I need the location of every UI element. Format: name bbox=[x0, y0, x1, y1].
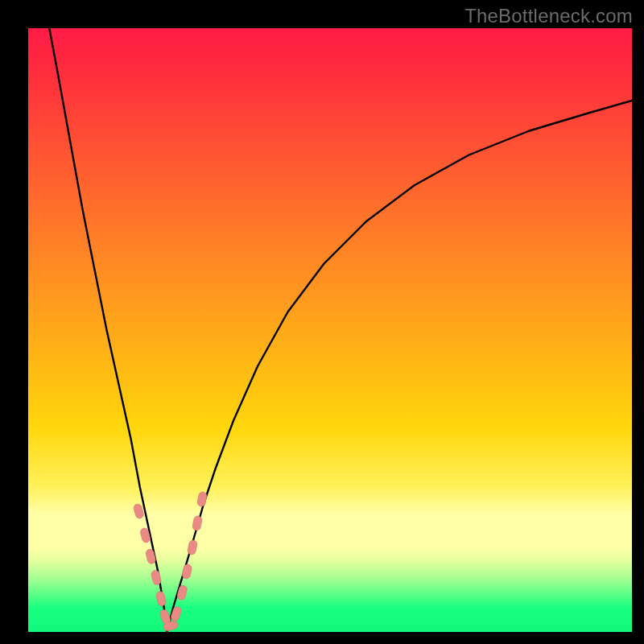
svg-rect-8 bbox=[176, 584, 188, 601]
curve-right-arm bbox=[167, 101, 633, 632]
curve-marker bbox=[192, 515, 202, 531]
plot-area bbox=[28, 28, 632, 632]
curve-marker bbox=[145, 548, 156, 564]
curve-marker bbox=[155, 591, 167, 607]
svg-rect-7 bbox=[170, 605, 182, 621]
curve-marker bbox=[176, 584, 188, 601]
svg-rect-12 bbox=[196, 491, 207, 507]
curve-marker bbox=[181, 564, 192, 580]
curve-marker bbox=[133, 503, 144, 519]
outer-frame: TheBottleneck.com bbox=[0, 0, 644, 644]
svg-rect-2 bbox=[145, 548, 156, 564]
curve-layer bbox=[28, 28, 632, 632]
svg-rect-9 bbox=[181, 564, 192, 580]
svg-rect-11 bbox=[192, 515, 202, 531]
svg-rect-10 bbox=[187, 539, 198, 555]
curve-marker bbox=[170, 605, 182, 621]
svg-rect-0 bbox=[133, 503, 144, 519]
svg-rect-3 bbox=[151, 570, 162, 586]
curve-left-arm bbox=[49, 28, 167, 632]
curve-marker bbox=[187, 539, 198, 555]
curve-marker bbox=[196, 491, 207, 507]
svg-rect-4 bbox=[155, 591, 167, 607]
curve-marker bbox=[151, 570, 162, 586]
watermark-text: TheBottleneck.com bbox=[464, 5, 633, 27]
